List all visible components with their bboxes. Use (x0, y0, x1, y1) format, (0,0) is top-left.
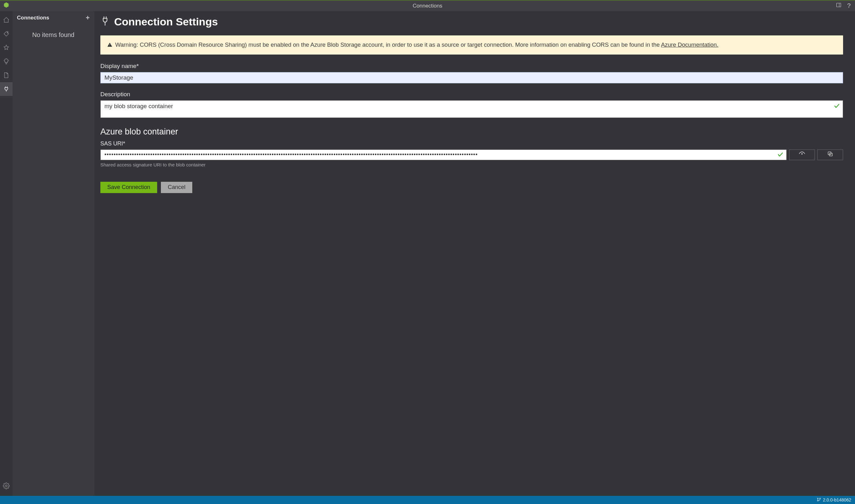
svg-point-7 (817, 498, 818, 499)
warning-icon (107, 41, 114, 48)
sas-hint: Shared access signature URI to the blob … (100, 162, 843, 167)
sas-field: SAS URI* S (100, 140, 843, 167)
sidebar-title: Connections (17, 15, 49, 21)
form-actions: Save Connection Cancel (100, 182, 843, 193)
sidebar: Connections + No items found (13, 11, 94, 496)
panel-toggle-icon[interactable] (836, 2, 841, 10)
add-connection-button[interactable]: + (86, 14, 90, 21)
cancel-button[interactable]: Cancel (161, 182, 192, 193)
warning-text: Warning: CORS (Cross Domain Resource Sha… (115, 41, 661, 48)
statusbar: 2.0.0-b148062 (0, 496, 855, 504)
sas-label: SAS URI* (100, 140, 843, 147)
app-logo-icon (3, 2, 10, 10)
provider-section-title: Azure blob container (100, 127, 843, 137)
rail-star-icon[interactable] (0, 41, 13, 55)
eye-icon (799, 150, 805, 159)
rail-home-icon[interactable] (0, 13, 13, 27)
display-name-label: Display name* (100, 63, 843, 70)
check-icon (834, 103, 840, 111)
plug-icon (100, 16, 110, 28)
save-connection-button[interactable]: Save Connection (100, 182, 157, 193)
cors-warning: Warning: CORS (Cross Domain Resource Sha… (100, 35, 843, 55)
rail-document-icon[interactable] (0, 68, 13, 82)
description-field: Description (100, 91, 843, 120)
copy-icon (827, 151, 833, 159)
main-content: Connection Settings Warning: CORS (Cross… (94, 11, 855, 496)
version-indicator[interactable]: 2.0.0-b148062 (817, 498, 851, 503)
branch-icon (817, 498, 821, 503)
sidebar-empty-message: No items found (13, 31, 94, 39)
page-title: Connection Settings (114, 16, 218, 28)
svg-point-3 (5, 485, 7, 487)
check-icon (777, 151, 784, 159)
version-text: 2.0.0-b148062 (823, 498, 851, 502)
window-title: Connections (0, 3, 855, 9)
rail-bulb-icon[interactable] (0, 55, 13, 68)
svg-point-2 (7, 32, 8, 33)
rail-settings-icon[interactable] (0, 479, 13, 493)
display-name-input[interactable] (100, 72, 843, 83)
sidebar-header: Connections + (13, 11, 94, 23)
svg-point-9 (820, 498, 820, 499)
svg-rect-0 (837, 3, 841, 7)
description-label: Description (100, 91, 843, 98)
svg-point-8 (817, 500, 818, 501)
rail-tag-icon[interactable] (0, 27, 13, 41)
description-input[interactable] (100, 100, 843, 118)
svg-point-4 (802, 154, 803, 155)
nav-rail (0, 11, 13, 496)
reveal-button[interactable] (789, 149, 815, 160)
warning-link[interactable]: Azure Documentation. (661, 41, 718, 48)
help-icon[interactable]: ? (847, 2, 851, 10)
copy-button[interactable] (817, 149, 843, 160)
sas-uri-input[interactable] (100, 149, 787, 160)
titlebar: Connections ? (0, 0, 855, 11)
rail-plug-icon[interactable] (0, 82, 13, 96)
display-name-field: Display name* (100, 63, 843, 83)
